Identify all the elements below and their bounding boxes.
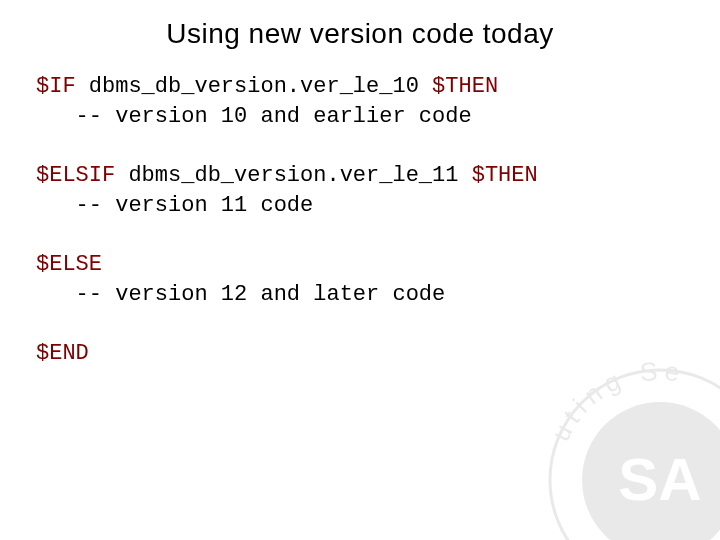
condition-10: dbms_db_version.ver_le_10 <box>76 74 432 99</box>
svg-point-1 <box>582 402 720 540</box>
svg-point-0 <box>550 370 720 540</box>
watermark-logo: uting Se SA <box>530 350 720 540</box>
keyword-then-2: $THEN <box>472 163 538 188</box>
condition-11: dbms_db_version.ver_le_11 <box>115 163 471 188</box>
keyword-then-1: $THEN <box>432 74 498 99</box>
keyword-end: $END <box>36 341 89 366</box>
slide: Using new version code today $IF dbms_db… <box>0 0 720 540</box>
comment-v10: -- version 10 and earlier code <box>36 104 472 129</box>
comment-v11: -- version 11 code <box>36 193 313 218</box>
keyword-elsif: $ELSIF <box>36 163 115 188</box>
watermark-inner-text: SA <box>618 446 701 513</box>
code-block: $IF dbms_db_version.ver_le_10 $THEN -- v… <box>36 72 684 369</box>
keyword-if: $IF <box>36 74 76 99</box>
keyword-else: $ELSE <box>36 252 102 277</box>
svg-text:uting Se: uting Se <box>545 355 687 445</box>
comment-v12: -- version 12 and later code <box>36 282 445 307</box>
watermark-arc-text: uting Se <box>545 355 687 445</box>
slide-title: Using new version code today <box>36 18 684 50</box>
